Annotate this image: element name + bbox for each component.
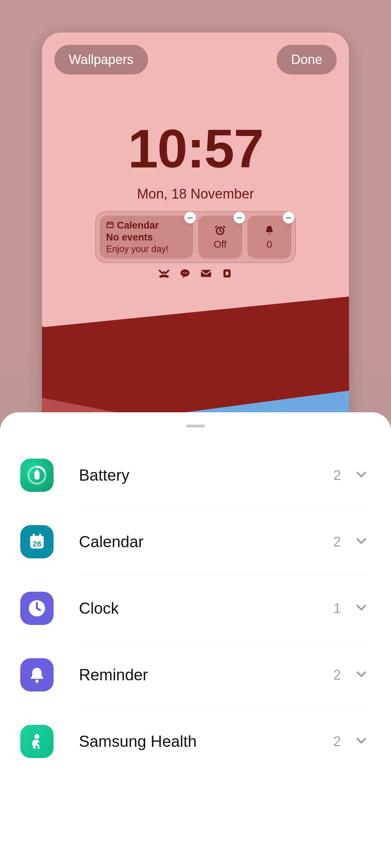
clock-app-icon — [20, 592, 54, 625]
svg-rect-13 — [34, 471, 39, 479]
svg-rect-11 — [226, 272, 228, 275]
widget-picker-sheet[interactable]: Battery 2 28 Calendar 2 Clock 1 Reminder… — [0, 412, 391, 868]
calendar-widget-line2: Enjoy your day! — [106, 244, 186, 254]
widget-source-name: Clock — [79, 599, 333, 617]
lockscreen-preview: Wallpapers Done 10:57 Mon, 18 November C… — [42, 33, 349, 467]
calendar-widget[interactable]: Calendar No events Enjoy your day! — [100, 216, 193, 259]
widget-source-count: 2 — [333, 667, 341, 683]
message-bubble-icon — [178, 268, 192, 279]
clock-date[interactable]: Mon, 18 November — [42, 186, 349, 202]
widget-source-name: Calendar — [79, 533, 333, 551]
notification-icon-row[interactable] — [42, 268, 349, 279]
alarm-widget-label: Off — [214, 239, 227, 250]
widget-source-count: 2 — [333, 534, 341, 550]
remove-widget-button[interactable] — [283, 212, 294, 224]
mail-icon — [199, 268, 213, 279]
widget-source-row[interactable]: Samsung Health 2 — [0, 708, 391, 775]
alarm-widget[interactable]: Off — [198, 216, 242, 259]
widget-source-row[interactable]: 28 Calendar 2 — [0, 509, 391, 575]
svg-rect-9 — [201, 270, 211, 277]
widget-source-row[interactable]: Reminder 2 — [0, 642, 391, 708]
widget-source-row[interactable]: Clock 1 — [0, 575, 391, 642]
widget-source-name: Reminder — [79, 666, 333, 684]
calendar-widget-title: Calendar — [117, 220, 159, 231]
wallpapers-button[interactable]: Wallpapers — [54, 45, 148, 75]
calendar-widget-line1: No events — [106, 232, 186, 243]
calendar-app-icon: 28 — [20, 525, 54, 558]
svg-point-8 — [186, 272, 187, 273]
remove-widget-button[interactable] — [184, 212, 196, 224]
widget-source-name: Samsung Health — [79, 732, 333, 750]
bell-icon — [264, 224, 275, 237]
chevron-down-icon — [353, 600, 369, 617]
missed-call-icon — [157, 268, 171, 279]
widget-source-row[interactable]: Battery 2 — [0, 442, 391, 509]
svg-point-21 — [35, 680, 39, 683]
reminder-app-icon — [20, 658, 54, 692]
done-button[interactable]: Done — [277, 45, 337, 75]
svg-rect-18 — [39, 534, 41, 537]
widget-source-count: 2 — [333, 468, 341, 483]
svg-rect-0 — [107, 222, 113, 228]
health-app-icon — [20, 725, 54, 758]
alarm-clock-icon — [214, 224, 226, 237]
clock-time[interactable]: 10:57 — [42, 118, 349, 180]
svg-point-6 — [182, 272, 184, 273]
svg-point-22 — [34, 734, 39, 739]
svg-rect-17 — [33, 534, 35, 537]
svg-rect-14 — [36, 470, 38, 472]
notifications-widget-label: 0 — [266, 239, 272, 250]
widget-source-count: 1 — [333, 601, 341, 616]
drag-handle[interactable] — [186, 425, 205, 427]
svg-text:28: 28 — [33, 540, 41, 548]
chevron-down-icon — [353, 533, 369, 550]
battery-app-icon — [20, 459, 54, 492]
chevron-down-icon — [353, 467, 369, 484]
chevron-down-icon — [353, 733, 369, 750]
widget-tray[interactable]: Calendar No events Enjoy your day! Off 0 — [95, 211, 296, 263]
svg-point-7 — [184, 272, 185, 273]
remove-widget-button[interactable] — [234, 212, 245, 224]
app-update-icon — [220, 268, 234, 279]
widget-source-count: 2 — [333, 734, 341, 749]
calendar-icon — [106, 220, 114, 231]
widget-source-name: Battery — [79, 466, 333, 484]
notifications-widget[interactable]: 0 — [247, 216, 291, 259]
chevron-down-icon — [353, 666, 369, 684]
svg-rect-16 — [30, 536, 43, 539]
